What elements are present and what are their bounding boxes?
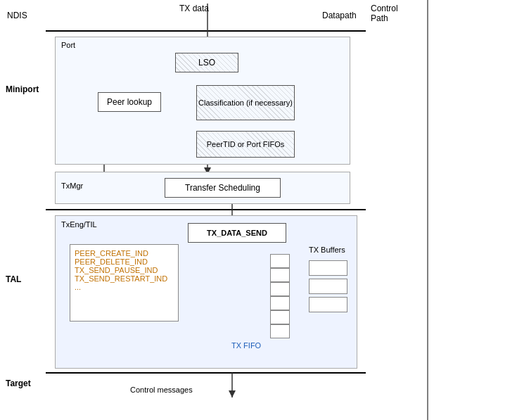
ind-tx-send-pause: TX_SEND_PAUSE_IND bbox=[75, 266, 174, 274]
miniport-label: Miniport bbox=[6, 84, 39, 94]
control-path-label: Control Path bbox=[371, 4, 413, 23]
tx-buffers-label: TX Buffers bbox=[309, 246, 345, 254]
classification-box: Classification (if necessary) bbox=[196, 85, 295, 120]
tx-data-send-label: TX_DATA_SEND bbox=[207, 229, 267, 237]
lso-label: LSO bbox=[198, 58, 215, 68]
control-messages-label: Control messages bbox=[130, 386, 193, 394]
classification-label: Classification (if necessary) bbox=[198, 98, 293, 107]
ind-peer-create: PEER_CREATE_IND bbox=[75, 249, 174, 257]
tx-fifo-label: TX FIFO bbox=[231, 341, 261, 350]
txeng-container: TxEng/TIL TX_DATA_SEND PEER_CREATE_IND P… bbox=[55, 215, 357, 369]
txeng-label: TxEng/TIL bbox=[61, 220, 97, 229]
lso-box: LSO bbox=[175, 53, 238, 72]
peer-lookup-label: Peer lookup bbox=[107, 97, 152, 107]
transfer-scheduling-label: Transfer Scheduling bbox=[185, 183, 260, 193]
ind-box: PEER_CREATE_IND PEER_DELETE_IND TX_SEND_… bbox=[70, 244, 179, 322]
ind-tx-send-restart: TX_SEND_RESTART_IND bbox=[75, 274, 174, 283]
fifo-cell-3 bbox=[270, 282, 290, 296]
tx-buffer-3 bbox=[309, 297, 347, 312]
ndis-label: NDIS bbox=[7, 11, 27, 20]
peertid-label: PeerTID or Port FIFOs bbox=[207, 140, 285, 148]
fifo-cell-1 bbox=[270, 254, 290, 268]
peer-lookup-box: Peer lookup bbox=[98, 92, 161, 112]
txmgr-label: TxMgr bbox=[61, 182, 83, 190]
transfer-scheduling-box: Transfer Scheduling bbox=[165, 178, 281, 198]
fifo-cell-2 bbox=[270, 268, 290, 282]
datapath-label: Datapath bbox=[322, 11, 357, 20]
fifo-cell-4 bbox=[270, 296, 290, 310]
ind-ellipsis: ... bbox=[75, 283, 174, 291]
tx-data-send-box: TX_DATA_SEND bbox=[188, 223, 286, 243]
tx-buffer-1 bbox=[309, 260, 347, 276]
svg-marker-31 bbox=[229, 390, 236, 397]
port-label: Port bbox=[61, 41, 75, 49]
port-container: Port LSO Classification (if necessary) P… bbox=[55, 37, 350, 165]
fifo-cell-6 bbox=[270, 324, 290, 338]
tx-data-label: TX data bbox=[179, 4, 209, 13]
txmgr-container: TxMgr Transfer Scheduling bbox=[55, 172, 350, 204]
ind-peer-delete: PEER_DELETE_IND bbox=[75, 257, 174, 266]
peertid-box: PeerTID or Port FIFOs bbox=[196, 131, 295, 158]
diagram-container: NDIS TX data Datapath Control Path Minip… bbox=[0, 0, 517, 420]
target-label: Target bbox=[6, 378, 31, 388]
tal-label: TAL bbox=[6, 274, 21, 284]
fifo-cell-5 bbox=[270, 310, 290, 324]
tx-buffer-2 bbox=[309, 279, 347, 294]
